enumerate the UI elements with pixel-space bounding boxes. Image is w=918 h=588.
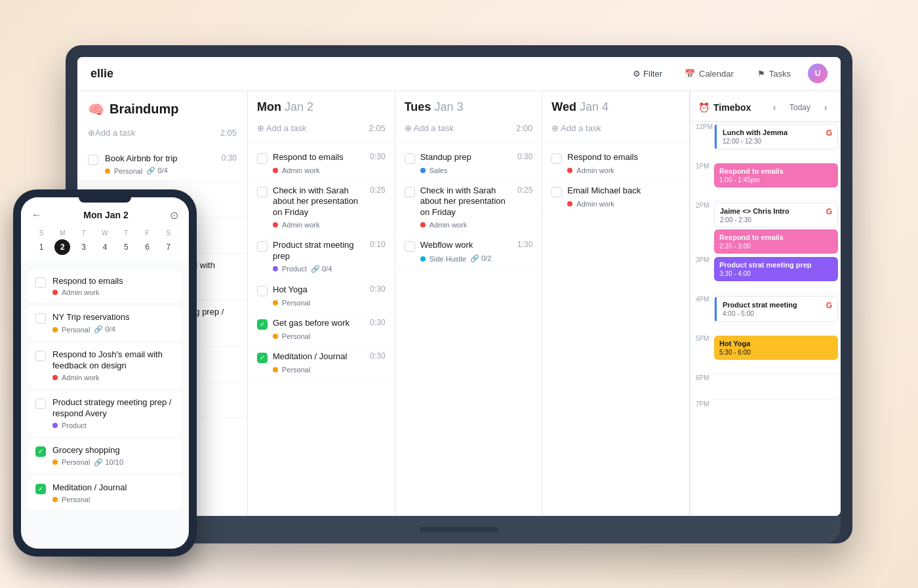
- tasks-button[interactable]: ⚑ Tasks: [751, 66, 797, 82]
- event-strat-title: Product strat meeting: [723, 301, 832, 309]
- tasks-icon: ⚑: [757, 69, 765, 79]
- day-task-meta-2-0: Admin work: [551, 167, 680, 174]
- phone-task-meta-1: Personal🔗 0/4: [52, 325, 174, 334]
- time-label-2pm: 2PM: [690, 201, 711, 255]
- day-add-task-wed[interactable]: ⊕ Add a task: [551, 119, 680, 137]
- phone-tag-dot-5: [52, 497, 58, 502]
- calendar-button[interactable]: 📅 Calendar: [678, 66, 740, 82]
- event-strat-time: 4:00 - 5:00: [723, 310, 832, 317]
- day-task-mon-5: ✓Meditation / Journal0:30Personal: [248, 346, 395, 380]
- time-row-7pm: 7PM: [690, 399, 841, 419]
- phone-task-list: Respond to emailsAdmin workNY Trip reser…: [21, 262, 189, 549]
- add-task-label: Add a task: [95, 128, 135, 138]
- day-header-mon: Mon Jan 2⊕ Add a task2:05: [248, 91, 395, 143]
- event-product-strat-meet[interactable]: G Product strat meeting 4:00 - 5:00: [714, 296, 838, 322]
- day-task-row-1-0: Standup prep0:30: [405, 152, 533, 164]
- braindump-add-row[interactable]: ⊕ Add a task 2:05: [88, 124, 237, 142]
- day-task-cb-0-5[interactable]: ✓: [257, 353, 268, 363]
- day-add-task-mon[interactable]: ⊕ Add a task2:05: [257, 119, 386, 137]
- day-task-cb-1-1[interactable]: [405, 187, 415, 197]
- day-task-cb-2-0[interactable]: [551, 153, 562, 164]
- cal-day-7[interactable]: 7: [161, 239, 176, 255]
- day-task-list-tues: Standup prep0:30SalesCheck in with Sarah…: [395, 143, 542, 273]
- day-task-meta-0-5: Personal: [257, 366, 386, 374]
- calendar-icon: 📅: [685, 69, 695, 79]
- laptop-notch: [420, 527, 498, 532]
- phone-task-cb-3[interactable]: [35, 399, 46, 409]
- day-task-cb-2-1[interactable]: [551, 187, 562, 197]
- day-col-mon: Mon Jan 2⊕ Add a task2:05Respond to emai…: [248, 91, 395, 516]
- phone-task-cb-2[interactable]: [35, 351, 46, 361]
- day-tag-label-0-0: Admin work: [282, 167, 319, 174]
- day-task-tues-0: Standup prep0:30Sales: [395, 147, 542, 180]
- cal-day-4[interactable]: 4: [97, 239, 113, 255]
- phone-task-0: Respond to emailsAdmin work: [28, 269, 182, 304]
- tag-dot-0: [105, 168, 110, 174]
- day-task-tues-2: Webflow work1:30Side Hustle🔗 0/2: [395, 235, 542, 269]
- cal-day-6[interactable]: 6: [140, 239, 155, 255]
- day-tag-label-2-0: Admin work: [576, 167, 614, 174]
- avatar[interactable]: U: [808, 64, 828, 83]
- day-tag-label-0-3: Personal: [282, 299, 310, 307]
- event-lunch[interactable]: G Lunch with Jemma 12:00 - 12:30: [714, 124, 838, 149]
- day-tag-dot-1-2: [420, 256, 426, 262]
- day-task-time-1-0: 0:30: [517, 152, 532, 161]
- day-task-time-0-1: 0:25: [370, 186, 385, 195]
- time-row-12pm: 12PM G Lunch with Jemma 12:00 - 12:30: [690, 122, 841, 161]
- day-task-cb-0-1[interactable]: [257, 187, 268, 197]
- phone-task-cb-1[interactable]: [35, 313, 46, 324]
- phone-header: ← Mon Jan 2 ⊙ S M T W T F S 1 2 3: [21, 197, 189, 262]
- phone-tag-label-5: Personal: [62, 496, 90, 503]
- filter-button[interactable]: ⚙ Filter: [628, 66, 668, 81]
- day-tag-dot-0-0: [273, 168, 278, 173]
- google-icon: G: [826, 128, 832, 138]
- timebox-today-button[interactable]: Today: [786, 102, 814, 113]
- day-task-cb-0-2[interactable]: [257, 241, 268, 252]
- cal-day-1[interactable]: 1: [33, 239, 49, 255]
- time-label-7pm: 7PM: [690, 399, 711, 419]
- day-task-cb-0-0[interactable]: [257, 153, 268, 164]
- add-task-icon: ⊕: [88, 128, 95, 138]
- task-time-0: 0:30: [222, 153, 237, 163]
- timebox-scroll[interactable]: 12PM G Lunch with Jemma 12:00 - 12:30: [690, 122, 841, 516]
- task-checkbox-0[interactable]: [88, 155, 98, 165]
- phone-notch: [79, 197, 131, 203]
- phone-task-cb-5[interactable]: ✓: [35, 484, 46, 494]
- phone-task-cb-4[interactable]: ✓: [35, 446, 46, 457]
- phone-tag-label-1: Personal: [62, 326, 90, 334]
- event-product-strat-prep[interactable]: Product strat meeting prep 3:30 - 4:00: [714, 257, 838, 281]
- subtask-count-0: 🔗 0/4: [146, 167, 167, 175]
- day-task-cb-1-2[interactable]: [405, 241, 415, 252]
- day-task-cb-0-4[interactable]: ✓: [257, 319, 268, 330]
- day-task-cb-1-0[interactable]: [405, 153, 415, 164]
- day-tag-dot-0-3: [273, 300, 278, 305]
- event-respond-emails-2[interactable]: Respond to emails 2:35 - 3:00: [714, 229, 838, 254]
- phone-task-content-2: Respond to Josh's email with feedback on…: [52, 349, 174, 382]
- cal-day-3[interactable]: 3: [76, 239, 92, 255]
- phone-task-content-1: NY Trip reservationsPersonal🔗 0/4: [52, 312, 174, 334]
- day-task-cb-0-3[interactable]: [257, 286, 268, 296]
- cal-day-5[interactable]: 5: [118, 239, 134, 255]
- event-hot-yoga[interactable]: Hot Yoga 5:30 - 6:00: [714, 336, 838, 360]
- timebox-prev-button[interactable]: ‹: [767, 100, 782, 115]
- day-tag-label-1-2: Side Hustle: [429, 255, 466, 263]
- day-task-time-1-2: 1:30: [517, 240, 532, 249]
- day-tag-label-1-1: Admin work: [429, 221, 467, 229]
- day-task-meta-1-1: Admin work: [405, 221, 533, 229]
- cal-label-f: F: [137, 228, 157, 238]
- phone-settings-button[interactable]: ⊙: [170, 209, 178, 222]
- event-respond-emails-1[interactable]: Respond to emails 1:00 - 1:45pm: [714, 163, 838, 187]
- phone-task-cb-0[interactable]: [35, 277, 46, 288]
- cal-day-2[interactable]: 2: [54, 239, 70, 255]
- event-respond2-title: Respond to emails: [719, 233, 833, 242]
- time-label-3pm: 3PM: [690, 255, 711, 294]
- timebox-next-button[interactable]: ›: [818, 100, 833, 115]
- day-header-wed: Wed Jan 4⊕ Add a task: [542, 91, 689, 143]
- phone-task-1: NY Trip reservationsPersonal🔗 0/4: [28, 305, 182, 340]
- event-jaime-chris[interactable]: G Jaime <> Chris Intro 2:00 - 2:30: [714, 203, 838, 228]
- timebox-title: ⏰ Timebox: [698, 102, 751, 113]
- event-yoga-title: Hot Yoga: [719, 340, 833, 348]
- day-add-task-tues[interactable]: ⊕ Add a task2:00: [405, 119, 533, 137]
- phone-back-button[interactable]: ←: [31, 209, 42, 221]
- phone-tag-dot-0: [52, 290, 58, 295]
